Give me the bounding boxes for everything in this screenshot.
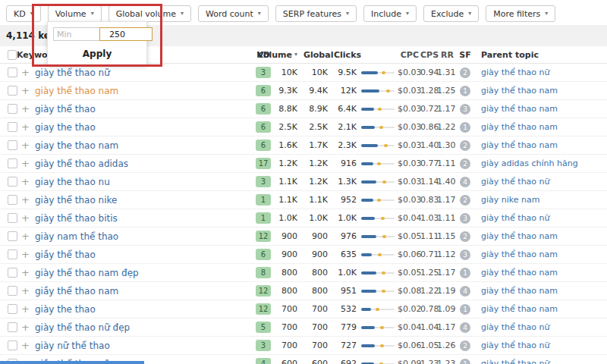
keyword-link[interactable]: giày nữ thể thao	[35, 340, 110, 351]
keyword-link[interactable]: giày nam thể thao	[35, 231, 118, 242]
clicks-value: 532	[334, 304, 361, 314]
header-cps[interactable]: CPS	[420, 50, 437, 60]
parent-topic-link[interactable]: giày thể thao nam	[481, 104, 558, 114]
parent-topic-link[interactable]: giày thể thao nữ	[481, 340, 550, 350]
keyword-link[interactable]: giày the thao	[35, 304, 96, 315]
row-checkbox[interactable]	[8, 86, 17, 96]
chevron-down-icon: ▾	[181, 11, 184, 17]
parent-topic-link[interactable]: giày thể thao nữ	[481, 322, 550, 332]
row-checkbox[interactable]	[8, 249, 17, 259]
plus-icon[interactable]: +	[21, 231, 35, 242]
row-checkbox[interactable]	[8, 268, 17, 278]
plus-icon[interactable]: +	[21, 249, 35, 260]
plus-icon[interactable]: +	[21, 340, 35, 351]
keyword-link[interactable]: giày thể thao adidas	[35, 158, 128, 169]
plus-icon[interactable]: +	[21, 267, 35, 278]
parent-topic-link[interactable]: giày thể thao nữ	[481, 359, 550, 364]
header-rr[interactable]: RR	[437, 50, 455, 60]
parent-topic-link[interactable]: giày nike nam	[481, 195, 539, 205]
plus-icon[interactable]: +	[21, 322, 35, 333]
plus-icon[interactable]: +	[21, 158, 35, 169]
filter-button-label: SERP features	[283, 9, 341, 19]
keyword-link[interactable]: giầy thể thao	[35, 249, 96, 260]
cpc-value: $0.09	[398, 359, 420, 364]
row-checkbox[interactable]	[8, 304, 17, 314]
parent-topic-link[interactable]: giày thể thao nữ	[481, 213, 550, 223]
row-checkbox[interactable]	[8, 122, 17, 132]
header-cpc[interactable]: CPC	[398, 50, 420, 60]
plus-icon[interactable]: +	[21, 140, 35, 151]
parent-topic-link[interactable]: giày thể thao nam	[481, 304, 558, 314]
row-checkbox[interactable]	[8, 322, 17, 332]
header-clicks[interactable]: Clicks	[334, 50, 361, 60]
keyword-link[interactable]: giày thể thao nam đẹp	[35, 268, 139, 278]
volume-value-input[interactable]	[99, 27, 153, 41]
plus-icon[interactable]: +	[21, 176, 35, 187]
apply-button[interactable]: Apply	[78, 48, 116, 60]
row-checkbox[interactable]	[8, 340, 17, 350]
keyword-link[interactable]: giày thể thao bitis	[35, 213, 118, 224]
parent-topic-link[interactable]: giày thể thao nam	[481, 140, 558, 150]
parent-topic-link[interactable]: giày thể thao nam	[481, 231, 558, 241]
keyword-link[interactable]: giày thể thao nam	[35, 86, 118, 96]
filter-button-word-count[interactable]: Word count▾	[198, 5, 269, 22]
parent-topic-link[interactable]: giày thể thao nam	[481, 122, 558, 132]
row-checkbox[interactable]	[8, 213, 17, 223]
volume-value: 1.1K	[273, 177, 304, 187]
parent-topic-link[interactable]: giày thể thao nam	[481, 86, 558, 96]
horizontal-scrollbar[interactable]	[0, 361, 144, 364]
filter-button-kd[interactable]: KD▾	[6, 5, 41, 22]
parent-topic-link[interactable]: giày adidas chính hãng	[481, 158, 578, 168]
select-all-checkbox[interactable]	[8, 50, 17, 60]
row-checkbox[interactable]	[8, 195, 17, 205]
row-checkbox[interactable]	[8, 67, 17, 77]
row-checkbox[interactable]	[8, 231, 17, 241]
parent-topic-link[interactable]: giày thể thao nam	[481, 249, 558, 259]
parent-topic-link[interactable]: giày thể thao nữ	[481, 67, 550, 77]
plus-icon[interactable]: +	[21, 212, 35, 224]
filter-button-more-filters[interactable]: More filters▾	[486, 5, 555, 22]
row-checkbox[interactable]	[8, 158, 17, 168]
rr-value: 1.30	[437, 140, 455, 150]
row-checkbox[interactable]	[8, 140, 17, 150]
keyword-link[interactable]: giày thể thao nữ	[35, 67, 110, 78]
keyword-link[interactable]: giay the thao	[35, 122, 96, 133]
keyword-link[interactable]: giày thể thao nữ đẹp	[35, 322, 130, 333]
table-row: +giay the thao nam61.6K1.7K2.3K$0.031.40…	[0, 136, 607, 155]
plus-icon[interactable]: +	[21, 67, 35, 78]
volume-value: 900	[273, 249, 304, 259]
header-volume[interactable]: Volume▾	[273, 50, 304, 60]
filter-button-volume[interactable]: Volume▾	[48, 5, 102, 22]
header-parent-topic[interactable]: Parent topic	[475, 50, 607, 60]
plus-icon[interactable]: +	[21, 103, 35, 115]
keyword-link[interactable]: giày thể thao	[35, 104, 96, 115]
keyword-link[interactable]: giay the thao nam	[35, 140, 118, 151]
chevron-down-icon: ▾	[545, 11, 548, 17]
keyword-link[interactable]: giay the thao nu	[35, 177, 110, 187]
bar-blue-segment	[361, 290, 376, 293]
filter-button-global-volume[interactable]: Global volume▾	[109, 5, 191, 22]
keyword-link[interactable]: giầy thể thao nam	[35, 286, 118, 297]
header-global[interactable]: Global	[304, 50, 334, 60]
plus-icon[interactable]: +	[21, 121, 35, 133]
filter-button-include[interactable]: Include▾	[363, 5, 417, 22]
row-checkbox[interactable]	[8, 177, 17, 187]
filter-button-exclude[interactable]: Exclude▾	[423, 5, 479, 22]
parent-topic-link[interactable]: giày thể thao nam	[481, 286, 558, 296]
sf-badge: 3	[460, 104, 470, 115]
plus-icon[interactable]: +	[21, 285, 35, 297]
keyword-link[interactable]: giày thể thao nike	[35, 195, 117, 206]
global-volume-value: 1.7K	[304, 140, 334, 150]
row-checkbox[interactable]	[8, 286, 17, 296]
table-row: +giày nữ thể thao3700700727$0.061.051.26…	[0, 337, 607, 355]
plus-icon[interactable]: +	[21, 303, 35, 315]
header-sf[interactable]: SF	[455, 50, 475, 60]
parent-topic-link[interactable]: giày thể thao nam	[481, 268, 558, 278]
plus-icon[interactable]: +	[21, 194, 35, 206]
volume-min-input[interactable]	[53, 27, 100, 41]
parent-topic-link[interactable]: giày thể thao nữ	[481, 177, 550, 187]
row-checkbox[interactable]	[8, 104, 17, 114]
kd-badge: 3	[256, 67, 271, 78]
plus-icon[interactable]: +	[21, 85, 35, 96]
filter-button-serp-features[interactable]: SERP features▾	[275, 5, 357, 22]
